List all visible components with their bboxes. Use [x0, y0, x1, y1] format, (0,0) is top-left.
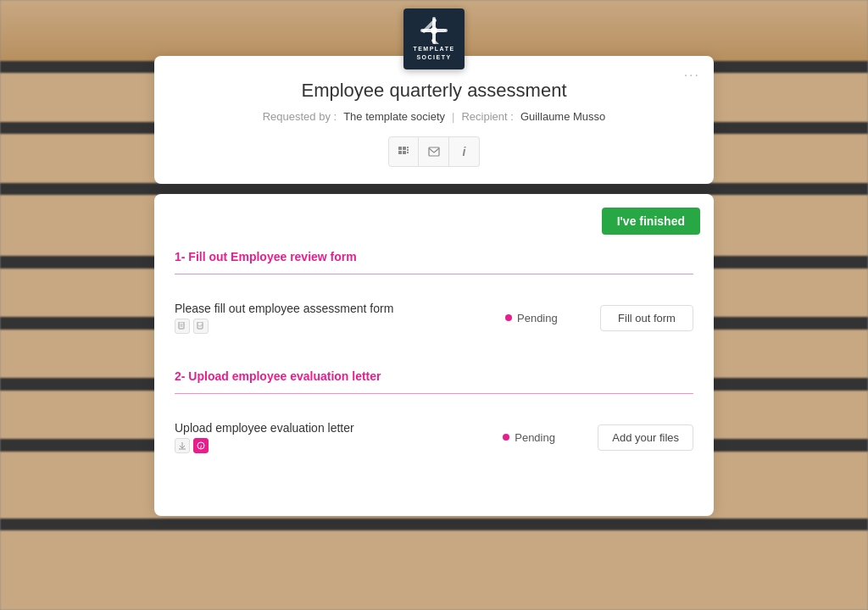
doc-icon	[178, 322, 186, 330]
svg-point-7	[420, 29, 424, 32]
task-row-2: Upload employee evaluation letter i	[175, 411, 693, 463]
section-2-divider	[175, 393, 693, 394]
logo-container: TEMPLATE SOCIETY	[403, 8, 465, 69]
task-2-info: Upload employee evaluation letter i	[175, 421, 492, 453]
svg-point-4	[431, 27, 437, 34]
svg-rect-14	[407, 149, 409, 151]
svg-point-6	[432, 41, 436, 44]
svg-rect-13	[407, 147, 409, 148]
logo-icon	[420, 17, 448, 44]
task-2-icons: i	[175, 438, 492, 453]
svg-rect-16	[429, 147, 439, 156]
task-2-icon-b: i	[193, 438, 209, 453]
task-1-icons	[175, 319, 495, 334]
task-2-action-button[interactable]: Add your files	[598, 424, 693, 451]
task-row-1: Please fill out employee assessment form	[175, 291, 693, 344]
svg-point-8	[444, 29, 448, 32]
svg-rect-20	[198, 322, 203, 329]
task-1-status-area: Pending	[505, 312, 590, 324]
svg-rect-9	[398, 147, 402, 150]
task-2-name: Upload employee evaluation letter	[175, 421, 492, 435]
header-meta: Requested by : The template society | Re…	[175, 110, 693, 123]
finished-button[interactable]: I've finished	[602, 208, 700, 235]
task-1-action-button[interactable]: Fill out form	[600, 305, 693, 331]
info-button[interactable]: i	[449, 136, 480, 167]
mail-icon	[428, 147, 440, 157]
section-1-label: Fill out Employee review form	[188, 250, 356, 263]
task-2-status-area: Pending	[503, 431, 587, 444]
page-wrapper: TEMPLATE SOCIETY ··· Employee quarterly …	[0, 0, 868, 610]
logo-line2: SOCIETY	[416, 54, 451, 61]
recipient-label: Recipient :	[461, 110, 513, 123]
recipient-value: Guillaume Musso	[520, 110, 605, 123]
svg-rect-17	[179, 322, 184, 329]
svg-rect-15	[407, 152, 409, 153]
info-icon: i	[463, 145, 466, 158]
task-2-status-dot	[503, 434, 509, 441]
task-1-status-text: Pending	[517, 312, 558, 324]
grid-button[interactable]	[388, 136, 419, 167]
task-2-icon-a	[175, 438, 190, 453]
grid-icon	[398, 146, 409, 158]
section-2-label: Upload employee evaluation letter	[188, 369, 381, 383]
check-icon	[197, 322, 205, 330]
arrow-icon	[178, 441, 186, 450]
svg-text:i: i	[200, 444, 202, 449]
section-1-number: 1-	[175, 250, 188, 263]
requested-label: Requested by :	[263, 110, 337, 123]
meta-separator: |	[452, 110, 454, 123]
section-2-number: 2-	[175, 369, 188, 383]
task-1-info: Please fill out employee assessment form	[175, 302, 495, 334]
task-1-icon-a	[175, 319, 190, 334]
info-small-icon: i	[197, 441, 205, 450]
header-icons: i	[175, 136, 693, 167]
section-2-title: 2- Upload employee evaluation letter	[175, 369, 693, 383]
svg-rect-12	[403, 151, 406, 154]
logo-line1: TEMPLATE	[413, 46, 454, 53]
page-title: Employee quarterly assessment	[175, 80, 693, 102]
requested-value: The template society	[343, 110, 445, 123]
task-1-name: Please fill out employee assessment form	[175, 302, 495, 315]
logo-box: TEMPLATE SOCIETY	[403, 8, 465, 69]
section-1-divider	[175, 274, 693, 274]
task-1-icon-b	[193, 319, 209, 334]
main-card: I've finished 1- Fill out Employee revie…	[154, 194, 714, 516]
section-1-title: 1- Fill out Employee review form	[175, 250, 693, 263]
svg-rect-11	[398, 151, 402, 154]
svg-point-5	[432, 17, 436, 20]
task-1-status-dot	[505, 314, 512, 321]
svg-rect-10	[403, 147, 406, 150]
menu-dots[interactable]: ···	[684, 68, 700, 83]
task-2-status-text: Pending	[515, 431, 555, 444]
mail-button[interactable]	[419, 136, 449, 167]
header-card: ··· Employee quarterly assessment Reques…	[154, 56, 714, 184]
